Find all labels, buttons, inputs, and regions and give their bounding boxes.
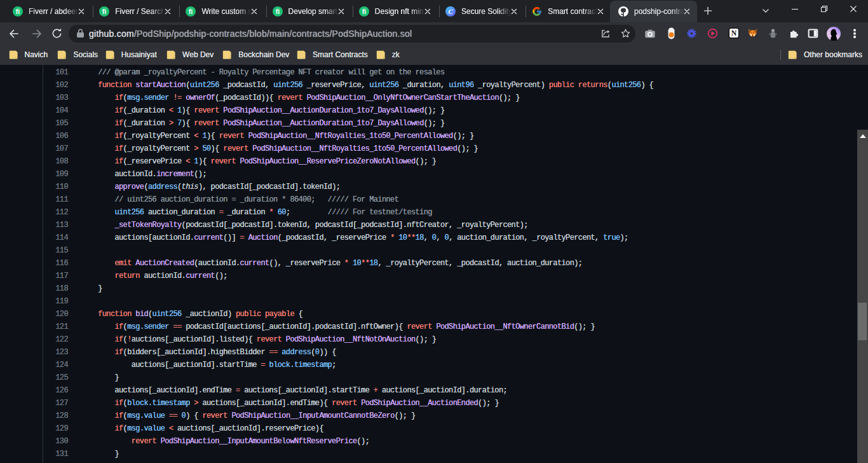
svg-text:fi: fi xyxy=(189,8,193,15)
svg-text:C: C xyxy=(449,8,454,15)
svg-text:fi: fi xyxy=(102,8,106,15)
svg-text:N: N xyxy=(731,29,737,38)
svg-text:fi: fi xyxy=(16,8,20,15)
svg-text:fi: fi xyxy=(275,8,279,15)
svg-text:fi: fi xyxy=(362,8,366,15)
